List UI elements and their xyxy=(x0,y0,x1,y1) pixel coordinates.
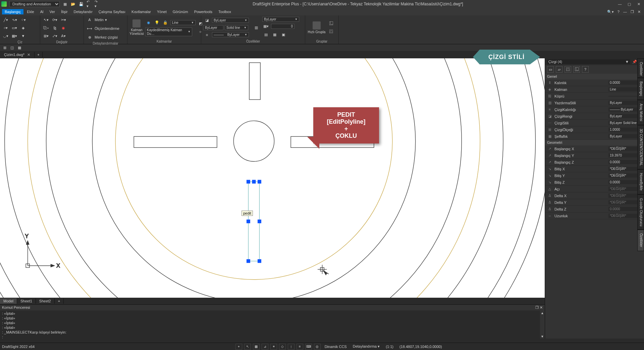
prop-row-value[interactable]: *DEĞİŞİR* xyxy=(608,173,642,178)
tab-model[interactable]: Model xyxy=(0,298,17,304)
lweight-icon[interactable]: ≡ xyxy=(203,31,211,39)
prop-all-icon[interactable]: ⿺ xyxy=(573,66,580,73)
rect-tool-icon[interactable]: ▭▾ xyxy=(11,24,18,32)
status-grid-icon[interactable]: ▦ xyxy=(253,344,260,350)
color-select[interactable]: ByLayer▼ xyxy=(212,18,249,23)
menu-ver[interactable]: Ver xyxy=(47,9,58,14)
ltype-b-select[interactable]: Solid line▼ xyxy=(225,25,248,30)
prop-row-value[interactable]: *DEĞİŞİR* xyxy=(608,167,642,171)
close-button[interactable]: ✕ xyxy=(635,2,643,6)
menu-calisma[interactable]: Çalışma Sayfası xyxy=(96,9,128,14)
mirror-tool-icon[interactable]: ⧎ xyxy=(51,24,58,32)
status-esnap-icon[interactable]: ◇ xyxy=(279,344,286,350)
prop-row-value[interactable]: ByLayer▼ xyxy=(608,101,642,105)
status-ortho-icon[interactable]: ⊿ xyxy=(262,344,268,350)
layer-state-select[interactable]: Kaydedilmemiş Katman Du…▼ xyxy=(145,27,192,36)
sidetab-ozellikler[interactable]: Özellikler xyxy=(637,230,644,251)
sidetab-homebyme[interactable]: HomeByMe xyxy=(637,169,644,194)
layer-color-icon[interactable]: ◉ xyxy=(145,19,152,26)
prop-row-value[interactable]: ByLayer xyxy=(608,134,642,138)
region-tool-icon[interactable]: ◈ xyxy=(19,24,27,32)
tab-add[interactable]: + xyxy=(55,298,64,304)
hatch-tool-icon[interactable]: ▦▾ xyxy=(11,32,18,40)
lweight-select[interactable]: ——— ByLayer▼ xyxy=(212,32,249,37)
sidetab-baslangic[interactable]: Başlangıç xyxy=(637,78,644,100)
color-icon[interactable]: ◪ xyxy=(203,17,211,24)
doc-minimize-button[interactable]: — xyxy=(623,10,627,14)
prop-select-icon[interactable]: ⿴ xyxy=(565,66,571,73)
prop-row-value[interactable]: 0.0000 xyxy=(608,160,642,164)
pattern-tool-icon[interactable]: ⊞▾ xyxy=(42,32,50,40)
props2-icon[interactable]: ▣ xyxy=(280,31,287,39)
maximize-button[interactable]: ▢ xyxy=(625,2,633,6)
menu-yonet[interactable]: Yönet xyxy=(154,9,169,14)
rotate-tool-icon[interactable]: ⟳▾ xyxy=(51,16,58,23)
sidetab-3dcc[interactable]: 3D CONTENTCENTRAL xyxy=(637,125,644,170)
prop-help-icon[interactable]: ? xyxy=(582,66,589,73)
selection-combo[interactable]: Çizgi (4)▼ xyxy=(547,59,630,64)
line-tool-icon[interactable]: ╱▾ xyxy=(2,16,9,23)
search-icon[interactable]: 🔍▾ xyxy=(607,10,614,14)
layer-manager-button[interactable]: Katman Yöneticisi xyxy=(129,19,144,36)
tab-sheet1[interactable]: Sheet1 xyxy=(17,298,36,304)
layer-lock-icon[interactable]: 🔒 xyxy=(162,19,169,26)
doc-close-button[interactable]: ✕ xyxy=(638,10,641,14)
doc-tab-1[interactable]: Çizim1.dwg* ✕ xyxy=(0,52,35,58)
bylayer2-select[interactable]: ByLayer▼ xyxy=(262,17,299,22)
menu-toolbox[interactable]: Toolbox xyxy=(216,9,234,14)
section-geometry[interactable]: Geometri▴ xyxy=(545,140,644,145)
text-icon[interactable]: A xyxy=(86,16,93,23)
command-body[interactable]: : «İptal» : «İptal» : «İptal» : «İptal» … xyxy=(0,310,545,339)
prop-row-value[interactable]: *DEĞİŞİR* xyxy=(608,147,642,151)
redo-icon[interactable]: ↷ ▾ xyxy=(95,1,100,7)
prop-pin-icon[interactable]: 📌 xyxy=(632,60,637,64)
menu-al[interactable]: Al xyxy=(38,9,46,14)
expand-draw-icon[interactable]: ▼ xyxy=(19,32,27,40)
section-general[interactable]: Genel▴ xyxy=(545,74,644,79)
move-tool-icon[interactable]: ↖▾ xyxy=(42,16,50,23)
tab-sheet2[interactable]: Sheet2 xyxy=(36,298,55,304)
cmd-scrollbar[interactable]: ▴▾ xyxy=(540,310,545,339)
circle-tool-icon[interactable]: ○▾ xyxy=(2,24,9,32)
status-scale[interactable]: (1:1) xyxy=(384,345,395,349)
copy-tool-icon[interactable]: ⿻▾ xyxy=(42,24,50,32)
status-qinput-icon[interactable]: ⌨ xyxy=(305,344,312,350)
open-icon[interactable]: 📂 xyxy=(70,1,76,7)
doc-tab-add[interactable]: + xyxy=(35,52,42,57)
drawing-canvas[interactable]: Y X pedit xyxy=(0,58,545,298)
status-annot[interactable]: Detaylandırma ▾ xyxy=(351,344,382,349)
menu-powertools[interactable]: Powertools xyxy=(192,9,215,14)
prop-row-value[interactable]: 0.0000 xyxy=(608,80,642,85)
text-style-icon[interactable]: A▾ xyxy=(60,32,67,40)
polyline-tool-icon[interactable]: ∿▾ xyxy=(11,16,18,23)
status-polar-icon[interactable]: ✶ xyxy=(270,344,277,350)
prop-filter-icon[interactable]: ▱ xyxy=(556,66,562,73)
help-icon[interactable]: ? xyxy=(618,10,620,14)
menu-baslangic[interactable]: Başlangıç xyxy=(2,9,23,14)
undo-icon[interactable]: ↶ ▾ xyxy=(87,1,92,7)
scale-tool-icon[interactable]: ⤢▾ xyxy=(51,32,58,40)
status-dccs[interactable]: Dinamik CCS xyxy=(323,345,349,349)
point-tool-icon[interactable]: ⁘▾ xyxy=(19,16,27,23)
prop-row-value[interactable]: ——— ByLayer▼ xyxy=(608,107,642,112)
sidetab-gcode[interactable]: G-code Oluşturucu xyxy=(637,194,644,230)
sidetab-aracmatrisi[interactable]: Araç Matrisi xyxy=(637,100,644,125)
ltype-a-select[interactable]: ByLayer xyxy=(203,25,223,30)
prop-row-value[interactable]: 0.0000 xyxy=(608,180,642,184)
save-icon[interactable]: 💾 xyxy=(78,1,84,7)
transparency-value[interactable]: 0 xyxy=(271,24,294,29)
prop-row-value[interactable]: ByLayer▼ xyxy=(608,114,642,118)
prop-row-value[interactable] xyxy=(608,96,642,97)
snap-icon[interactable]: ◫ xyxy=(9,45,15,50)
cmd-restore-icon[interactable]: ❐ xyxy=(535,305,539,309)
doc-tab-close-icon[interactable]: ✕ xyxy=(27,53,30,57)
list-icon[interactable]: ▤ xyxy=(262,31,270,39)
status-lweight-icon[interactable]: ≡ xyxy=(297,344,303,350)
ccs-icon[interactable]: ⊞ xyxy=(2,45,7,50)
sidetab-ozellikler-top[interactable]: Özellikler xyxy=(637,58,644,78)
grid-icon[interactable]: ▦ xyxy=(17,45,22,50)
prop-quick-icon[interactable]: ▭ xyxy=(547,66,554,73)
prop-row-value[interactable]: ByLayer Solid line▼ xyxy=(608,121,642,125)
prop-row-value[interactable]: 19.3970 xyxy=(608,153,642,158)
transparency-icon[interactable]: ▦▾ xyxy=(262,23,270,30)
